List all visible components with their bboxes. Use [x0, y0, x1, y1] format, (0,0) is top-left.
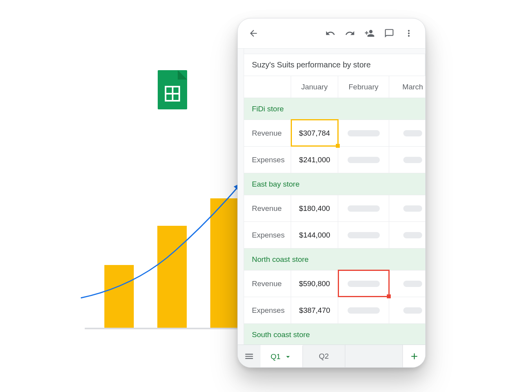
tab-label: Q2 [319, 352, 329, 361]
data-row[interactable]: Revenue $307,784 [244, 120, 425, 147]
month-header[interactable]: February [338, 76, 389, 98]
app-toolbar [238, 18, 425, 48]
section-header-row[interactable]: South coast store [244, 324, 425, 345]
chevron-down-icon [284, 352, 292, 361]
row-label[interactable]: Revenue [244, 270, 291, 297]
section-name[interactable]: FiDi store [244, 98, 425, 120]
spreadsheet-grid[interactable]: Suzy's Suits performance by store Januar… [238, 48, 425, 345]
data-cell[interactable]: $590,800 [291, 270, 338, 297]
comments-button[interactable] [381, 25, 398, 42]
placeholder-icon [403, 130, 422, 136]
data-cell[interactable] [338, 270, 389, 297]
placeholder-icon [348, 281, 380, 287]
sheet-tab-bar: Q1 Q2 [238, 345, 425, 367]
section-name[interactable]: North coast store [244, 249, 425, 270]
section-header-row[interactable]: North coast store [244, 249, 425, 270]
add-sheet-button[interactable] [403, 345, 425, 367]
data-cell[interactable] [389, 297, 425, 323]
data-cell[interactable] [389, 195, 425, 221]
data-cell[interactable] [338, 297, 389, 323]
sheets-file-icon [158, 70, 187, 109]
comment-icon [384, 28, 394, 38]
menu-icon [244, 351, 254, 361]
data-cell[interactable] [338, 195, 389, 221]
arrow-left-icon [248, 28, 259, 38]
sheet-tab-q2[interactable]: Q2 [303, 345, 345, 367]
data-cell[interactable]: $241,000 [291, 147, 338, 173]
back-button[interactable] [245, 25, 262, 42]
title-row[interactable]: Suzy's Suits performance by store [244, 54, 425, 76]
more-button[interactable] [400, 25, 417, 42]
data-row[interactable]: Expenses $387,470 [244, 297, 425, 324]
placeholder-icon [403, 157, 422, 163]
empty-cell[interactable] [244, 76, 291, 98]
phone-mockup: Suzy's Suits performance by store Januar… [237, 18, 426, 368]
all-sheets-button[interactable] [238, 345, 261, 367]
decorative-bar-chart [85, 188, 242, 329]
data-cell[interactable]: $307,784 [291, 120, 338, 146]
data-row[interactable]: Revenue $180,400 [244, 195, 425, 222]
data-row[interactable]: Expenses $144,000 [244, 222, 425, 249]
tab-label: Q1 [271, 352, 281, 361]
data-cell[interactable]: $180,400 [291, 195, 338, 221]
data-cell[interactable]: $387,470 [291, 297, 338, 323]
data-cell[interactable] [338, 147, 389, 173]
more-vert-icon [404, 28, 414, 38]
sheet-tab-q1[interactable]: Q1 [261, 345, 303, 367]
placeholder-icon [403, 281, 422, 287]
plus-icon [409, 351, 419, 361]
row-gutter [238, 49, 244, 345]
trend-arrow-icon [81, 172, 250, 329]
data-cell[interactable] [389, 222, 425, 248]
row-label[interactable]: Expenses [244, 147, 291, 173]
placeholder-icon [403, 205, 422, 212]
data-cell[interactable] [389, 120, 425, 146]
data-cell[interactable] [389, 270, 425, 297]
data-cell[interactable] [389, 147, 425, 173]
data-cell[interactable]: $144,000 [291, 222, 338, 248]
month-header[interactable]: March [389, 76, 425, 98]
placeholder-icon [348, 130, 380, 136]
column-header-strip [244, 49, 425, 54]
person-add-icon [364, 28, 375, 38]
placeholder-icon [348, 307, 380, 314]
share-button[interactable] [361, 25, 378, 42]
placeholder-icon [403, 307, 422, 314]
section-header-row[interactable]: East bay store [244, 173, 425, 195]
placeholder-icon [348, 232, 380, 238]
redo-button[interactable] [341, 25, 359, 42]
placeholder-icon [403, 232, 422, 238]
placeholder-icon [348, 157, 380, 163]
data-row[interactable]: Expenses $241,000 [244, 147, 425, 173]
row-label[interactable]: Revenue [244, 195, 291, 221]
data-cell[interactable] [338, 120, 389, 146]
section-name[interactable]: South coast store [244, 324, 425, 345]
section-name[interactable]: East bay store [244, 173, 425, 195]
spreadsheet-title-cell[interactable]: Suzy's Suits performance by store [244, 54, 425, 76]
undo-icon [325, 28, 335, 38]
row-label[interactable]: Expenses [244, 297, 291, 323]
row-label[interactable]: Expenses [244, 222, 291, 248]
redo-icon [345, 28, 355, 38]
data-row[interactable]: Revenue $590,800 [244, 270, 425, 297]
data-cell[interactable] [338, 222, 389, 248]
months-header-row[interactable]: January February March [244, 76, 425, 98]
undo-button[interactable] [322, 25, 339, 42]
placeholder-icon [348, 205, 380, 212]
row-label[interactable]: Revenue [244, 120, 291, 146]
month-header[interactable]: January [291, 76, 338, 98]
section-header-row[interactable]: FiDi store [244, 98, 425, 120]
